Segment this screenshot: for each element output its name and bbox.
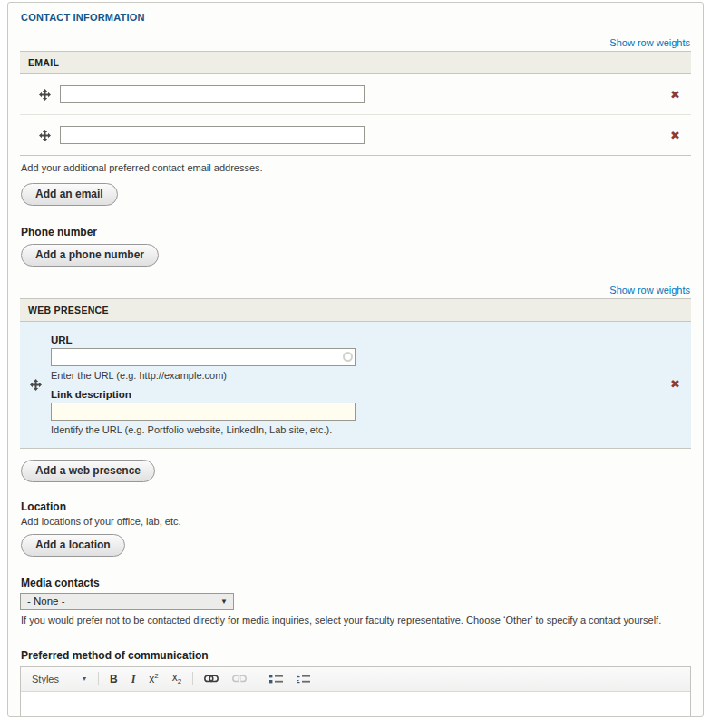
fieldset-legend: CONTACT INFORMATION (21, 12, 691, 23)
add-phone-button[interactable]: Add a phone number (21, 244, 159, 267)
preferred-method-label: Preferred method of communication (21, 649, 691, 662)
unlink-icon[interactable] (229, 674, 249, 684)
editor-toolbar: Styles ▾ B I x2 x2 (21, 667, 690, 692)
email-table-header: EMAIL (20, 51, 691, 74)
toolbar-separator (258, 672, 258, 685)
link-description-input[interactable] (51, 403, 356, 421)
remove-icon[interactable]: ✖ (668, 130, 682, 141)
location-help-text: Add locations of your office, lab, etc. (21, 515, 691, 529)
show-row-weights-link[interactable]: Show row weights (609, 285, 690, 296)
superscript-button[interactable]: x2 (146, 672, 161, 685)
media-contacts-label: Media contacts (21, 577, 691, 589)
drag-handle-icon[interactable] (29, 127, 60, 143)
remove-icon[interactable]: ✖ (668, 378, 682, 390)
url-help-text: Enter the URL (e.g. http://example.com) (51, 370, 595, 381)
email-input[interactable] (60, 85, 365, 103)
email-help-text: Add your additional preferred contact em… (21, 161, 691, 175)
preferred-method-section: Preferred method of communication Styles… (20, 649, 691, 717)
styles-dropdown-label: Styles (32, 674, 59, 684)
bold-button[interactable]: B (107, 673, 121, 685)
link-icon[interactable] (201, 674, 221, 684)
add-location-button[interactable]: Add a location (21, 534, 125, 557)
web-presence-table: WEB PRESENCE URL Enter the URL (e.g. htt… (20, 298, 691, 449)
media-contacts-select[interactable]: - None - ▼ (20, 593, 234, 610)
toolbar-separator (192, 672, 193, 685)
url-field-wrap (51, 348, 357, 366)
subscript-mark: 2 (178, 677, 181, 685)
web-presence-fields: URL Enter the URL (e.g. http://example.c… (51, 331, 595, 437)
web-presence-row: URL Enter the URL (e.g. http://example.c… (20, 322, 691, 449)
chevron-down-icon: ▼ (220, 597, 228, 606)
bulleted-list-icon[interactable] (267, 673, 286, 685)
url-input[interactable] (51, 348, 356, 366)
numbered-list-icon[interactable] (294, 673, 313, 685)
show-row-weights-link[interactable]: Show row weights (609, 37, 690, 48)
url-label: URL (51, 335, 595, 345)
location-section: Location Add locations of your office, l… (20, 500, 691, 557)
email-table: EMAIL ✖ ✖ (20, 51, 691, 156)
phone-section: Phone number Add a phone number (20, 226, 691, 267)
subscript-button[interactable]: x2 (170, 671, 184, 686)
editor-content-area[interactable] (21, 692, 690, 717)
email-row-weights-line: Show row weights (20, 37, 690, 48)
drag-handle-icon[interactable] (20, 375, 51, 392)
add-web-presence-button[interactable]: Add a web presence (21, 460, 155, 482)
styles-dropdown[interactable]: Styles ▾ (28, 672, 90, 686)
media-contacts-section: Media contacts - None - ▼ If you would p… (20, 577, 691, 627)
toolbar-separator (98, 672, 99, 685)
web-presence-row-weights-line: Show row weights (20, 285, 690, 296)
remove-icon[interactable]: ✖ (668, 89, 682, 101)
media-contacts-selected-option: - None - (27, 596, 65, 607)
wysiwyg-editor: Styles ▾ B I x2 x2 (20, 666, 691, 717)
link-description-help-text: Identify the URL (e.g. Portfolio website… (51, 424, 595, 435)
email-input[interactable] (60, 126, 365, 144)
email-row: ✖ (20, 115, 691, 156)
contact-information-fieldset: CONTACT INFORMATION Show row weights EMA… (7, 2, 704, 717)
location-label: Location (21, 500, 691, 513)
phone-label: Phone number (21, 226, 691, 238)
link-description-label: Link description (51, 389, 595, 400)
caret-down-icon: ▾ (83, 675, 86, 683)
media-contacts-help-text: If you would prefer not to be contacted … (21, 614, 691, 627)
web-presence-section: Show row weights WEB PRESENCE URL Enter … (20, 285, 691, 482)
email-row: ✖ (20, 74, 691, 115)
web-presence-table-header: WEB PRESENCE (20, 298, 691, 322)
add-email-button[interactable]: Add an email (21, 183, 118, 206)
link-target-circle-icon (343, 352, 353, 362)
superscript-mark: 2 (154, 672, 158, 680)
italic-button[interactable]: I (129, 673, 139, 685)
drag-handle-icon[interactable] (29, 86, 60, 102)
